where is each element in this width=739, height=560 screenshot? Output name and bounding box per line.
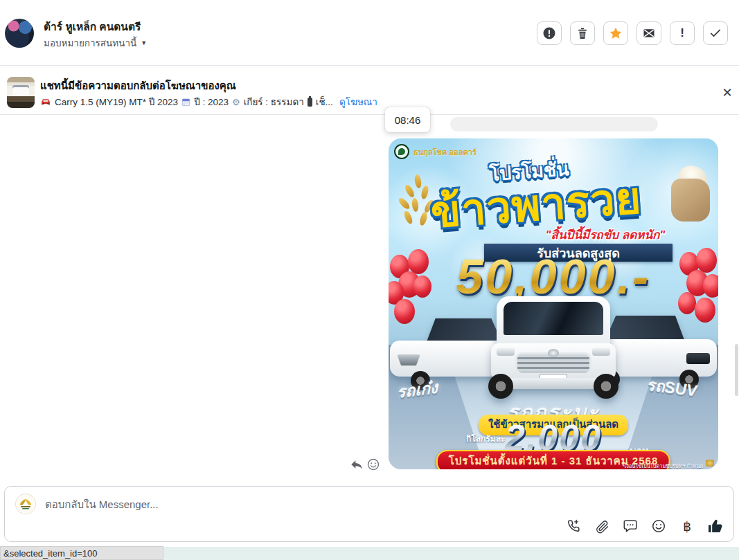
emoji-button[interactable] [650,518,667,534]
close-icon[interactable]: ✕ [720,86,734,100]
page-avatar [16,494,35,514]
attach-file-button[interactable] [594,518,610,534]
assign-label: มอบหมายการสนทนานี้ [44,35,136,51]
promo-terms: *เงื่อนไขเป็นไปตามที่บริษัทฯ กำหนด [623,462,703,469]
smiley-icon [366,458,380,471]
payment-button[interactable]: ฿ [679,518,695,534]
promo-image-message[interactable]: ธนกุลโชค ออลคาร์ โปรโมชั่น ข้าวพารวย "สิ… [389,138,718,469]
battery-icon [308,98,312,107]
ad-truncated-detail: เช็... [316,94,333,109]
reply-arrow-icon [350,458,364,471]
ad-car-detail: Carry 1.5 (MY19) MT* ปี 2023 [55,94,178,109]
chevron-down-icon: ▼ [141,39,147,46]
header-actions: ! [537,21,728,45]
ad-banner-title: แชทนี้มีข้อความตอบกลับต่อโฆษณาของคุณ [40,78,236,94]
important-icon: ! [680,26,684,40]
thumbs-up-icon [707,517,724,535]
pickup-car-graphic [491,296,616,400]
assign-conversation-dropdown[interactable]: มอบหมายการสนทนานี้ ▼ [44,35,147,51]
promo-brand-logo [394,144,409,159]
gear-icon: ⚙ [232,97,240,107]
ad-thumbnail[interactable] [7,77,35,108]
saved-replies-button[interactable] [622,518,639,534]
delete-button[interactable] [570,21,595,45]
like-button[interactable] [707,518,724,534]
reply-button[interactable] [350,458,364,471]
comment-dots-icon [623,518,638,534]
promo-brand-name: ธนกุลโชค ออลคาร์ [413,146,477,159]
star-icon [609,26,623,40]
contact-name: ต้าร์ หูเหล็ก คนดนตรี [44,18,141,35]
report-icon [542,26,556,40]
trash-icon [576,27,589,39]
promo-small-emblem [706,460,714,467]
ad-gear-detail: เกียร์ : ธรรมดา [244,94,304,109]
report-button[interactable] [537,21,562,45]
phone-plus-icon [566,518,581,534]
start-call-button[interactable] [565,518,582,534]
emoji-smiley-icon [651,518,666,534]
mark-done-button[interactable] [703,21,728,45]
scrollbar-thumb[interactable] [735,344,738,396]
done-icon [709,26,722,40]
ad-banner-details: Carry 1.5 (MY19) MT* ปี 2023 ปี : 2023 ⚙… [40,94,377,109]
reply-composer: ตอบกลับใน Messenger... [4,486,734,542]
react-button[interactable] [366,458,380,471]
composer-toolbar: ฿ [565,518,724,534]
reply-input[interactable]: ตอบกลับใน Messenger... [45,496,706,513]
paperclip-icon [595,519,609,534]
follow-up-button[interactable] [603,21,628,45]
contact-avatar[interactable] [5,19,34,48]
conversation-window: ต้าร์ หูเหล็ก คนดนตรี มอบหมายการสนทนานี้… [0,0,739,560]
car-icon [40,98,51,107]
calendar-icon [181,98,190,107]
timestamp-tooltip: 08:46 [385,107,430,132]
browser-status-text: &selected_item_id=100 [0,546,163,560]
view-ad-link[interactable]: ดูโฆษณา [339,94,377,109]
clipped-message-bubble[interactable] [450,117,658,132]
ad-context-banner: แชทนี้มีข้อความตอบกลับต่อโฆษณาของคุณ Car… [0,66,739,115]
important-button[interactable]: ! [670,21,695,45]
ad-year-detail: ปี : 2023 [194,94,229,109]
mark-unread-icon [642,26,656,40]
conversation-header: ต้าร์ หูเหล็ก คนดนตรี มอบหมายการสนทนานี้… [0,9,739,66]
mark-unread-button[interactable] [636,21,661,45]
baht-icon: ฿ [683,518,691,534]
promo-tagline: "สิ้นปีนี้มีรถขับ ลดหนัก" [492,225,718,244]
